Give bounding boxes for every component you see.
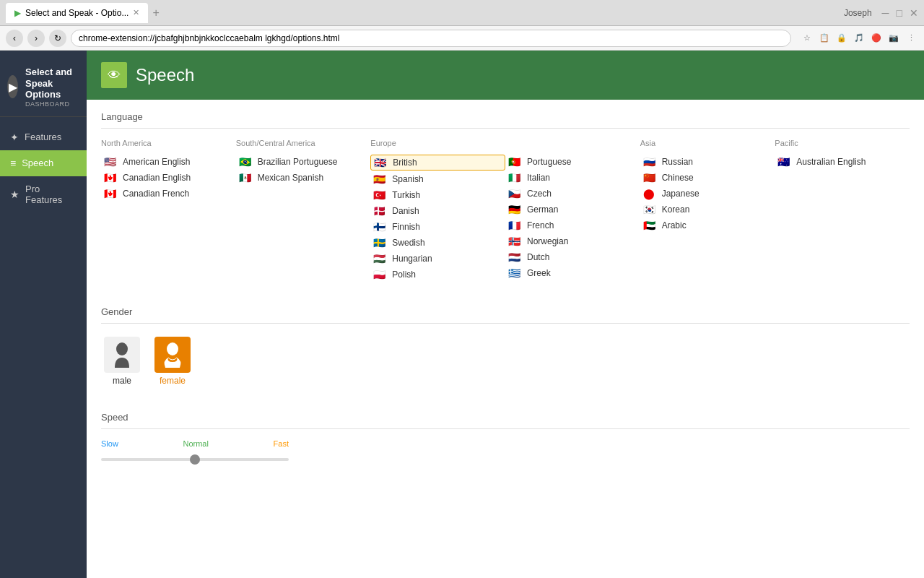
lang-swedish[interactable]: 🇸🇪 Swedish	[370, 236, 505, 250]
lang-turkish[interactable]: 🇹🇷 Turkish	[370, 188, 505, 202]
app-header: ▶ Select and Speak Options DASHBOARD	[0, 58, 87, 117]
minimize-button[interactable]: ─	[882, 7, 889, 19]
lang-russian[interactable]: 🇷🇺 Russian	[640, 155, 775, 169]
asia-header: Asia	[640, 139, 775, 147]
lang-label: Italian	[527, 173, 550, 183]
refresh-button[interactable]: ↻	[49, 30, 66, 47]
lang-label: Polish	[392, 269, 416, 280]
flag-korean: 🇰🇷	[643, 205, 658, 215]
lang-label: Russian	[662, 157, 693, 167]
gender-option-female[interactable]: female	[152, 334, 193, 389]
tab-close-button[interactable]: ✕	[133, 8, 139, 17]
flag-german: 🇩🇪	[508, 205, 523, 215]
sidebar-item-pro-features[interactable]: ★ Pro Features	[0, 176, 87, 212]
lang-dutch[interactable]: 🇳🇱 Dutch	[505, 250, 640, 264]
speed-slider[interactable]	[101, 458, 289, 461]
lang-mexican-spanish[interactable]: 🇲🇽 Mexican Spanish	[236, 171, 371, 185]
ext4-icon[interactable]: 📷	[886, 31, 901, 46]
page-header-icon: 👁	[101, 62, 127, 88]
gender-option-male[interactable]: male	[101, 334, 143, 389]
lang-label: American English	[123, 157, 190, 167]
menu-icon[interactable]: ⋮	[904, 31, 918, 46]
lang-finnish[interactable]: 🇫🇮 Finnish	[370, 220, 505, 234]
new-tab-button[interactable]: +	[152, 7, 159, 20]
sidebar-features-label: Features	[25, 131, 61, 142]
features-icon: ✦	[10, 131, 19, 143]
flag-australian: 🇦🇺	[777, 158, 792, 167]
europe-header: Europe	[370, 139, 505, 147]
lang-danish[interactable]: 🇩🇰 Danish	[370, 204, 505, 218]
lang-polish[interactable]: 🇵🇱 Polish	[370, 267, 505, 282]
flag-mexico: 🇲🇽	[239, 173, 253, 183]
lang-japanese[interactable]: ⬤ Japanese	[640, 186, 775, 201]
lang-italian[interactable]: 🇮🇹 Italian	[505, 171, 640, 185]
lang-label: Czech	[527, 189, 552, 199]
pacific-header: Pacific	[775, 139, 910, 147]
lang-german[interactable]: 🇩🇪 German	[505, 202, 640, 217]
sidebar-item-features[interactable]: ✦ Features	[0, 124, 87, 150]
app-container: ▶ Select and Speak Options DASHBOARD ✦ F…	[0, 51, 924, 578]
lang-label: Greek	[527, 268, 551, 278]
flag-finnish: 🇫🇮	[373, 223, 388, 232]
speed-slow-label: Slow	[101, 439, 118, 448]
lang-label: Mexican Spanish	[258, 173, 323, 183]
browser-tab[interactable]: ▶ Select and Speak - Optio... ✕	[6, 3, 148, 23]
maximize-button[interactable]: □	[897, 7, 902, 19]
language-regions: North America 🇺🇸 American English 🇨🇦 Can…	[101, 139, 910, 283]
region-pacific: Pacific 🇦🇺 Australian English	[775, 139, 910, 283]
lang-czech[interactable]: 🇨🇿 Czech	[505, 186, 640, 201]
app-subtitle: DASHBOARD	[25, 100, 79, 108]
ext3-icon[interactable]: 🔴	[869, 31, 884, 46]
sidebar: ▶ Select and Speak Options DASHBOARD ✦ F…	[0, 51, 87, 578]
app-logo: ▶	[7, 75, 18, 98]
lang-label: Hungarian	[392, 254, 432, 264]
flag-hungarian: 🇭🇺	[373, 254, 388, 264]
lang-hungarian[interactable]: 🇭🇺 Hungarian	[370, 251, 505, 266]
sidebar-pro-label: Pro Features	[25, 184, 77, 205]
lang-french[interactable]: 🇫🇷 French	[505, 218, 640, 233]
flag-greek: 🇬🇷	[508, 269, 523, 278]
lang-label: Brazilian Portuguese	[258, 157, 338, 167]
region-europe2: 🇵🇹 Portuguese 🇮🇹 Italian 🇨🇿 Czech 🇩🇪 Ger…	[505, 139, 640, 283]
readinglist-icon[interactable]: 📋	[817, 31, 832, 46]
browser-nav: ‹ › ↻ ☆ 📋 🔒 🎵 🔴 📷 ⋮	[0, 26, 924, 51]
flag-turkish: 🇹🇷	[373, 191, 388, 200]
lang-label: Korean	[662, 204, 690, 215]
pro-icon: ★	[10, 189, 19, 200]
back-button[interactable]: ‹	[6, 30, 23, 47]
lang-australian-english[interactable]: 🇦🇺 Australian English	[775, 155, 910, 169]
ext2-icon[interactable]: 🎵	[852, 31, 866, 46]
close-button[interactable]: ✕	[910, 7, 918, 19]
flag-polish: 🇵🇱	[373, 270, 388, 280]
lang-brazilian-portuguese[interactable]: 🇧🇷 Brazilian Portuguese	[236, 155, 371, 169]
ext1-icon[interactable]: 🔒	[834, 31, 849, 46]
forward-button[interactable]: ›	[27, 30, 45, 47]
lang-greek[interactable]: 🇬🇷 Greek	[505, 266, 640, 280]
lang-label: Canadian French	[123, 189, 189, 199]
sidebar-item-speech[interactable]: ≡ Speech	[0, 150, 87, 176]
speed-fast-label: Fast	[274, 439, 289, 448]
browser-nav-icons: ☆ 📋 🔒 🎵 🔴 📷 ⋮	[800, 31, 918, 46]
female-icon	[154, 337, 191, 373]
lang-chinese[interactable]: 🇨🇳 Chinese	[640, 171, 775, 185]
lang-british[interactable]: 🇬🇧 British	[370, 155, 505, 171]
region-north-america: North America 🇺🇸 American English 🇨🇦 Can…	[101, 139, 236, 283]
lang-canadian-english[interactable]: 🇨🇦 Canadian English	[101, 171, 236, 185]
lang-american-english[interactable]: 🇺🇸 American English	[101, 155, 236, 169]
lang-label: British	[393, 158, 417, 168]
bookmark-icon[interactable]: ☆	[800, 31, 814, 46]
lang-spanish[interactable]: 🇪🇸 Spanish	[370, 172, 505, 186]
lang-korean[interactable]: 🇰🇷 Korean	[640, 202, 775, 217]
flag-japanese: ⬤	[643, 189, 658, 199]
flag-norwegian: 🇳🇴	[508, 237, 523, 246]
lang-canadian-french[interactable]: 🇨🇦 Canadian French	[101, 186, 236, 201]
app-title-block: Select and Speak Options DASHBOARD	[25, 66, 79, 108]
lang-arabic[interactable]: 🇦🇪 Arabic	[640, 218, 775, 233]
lang-portuguese[interactable]: 🇵🇹 Portuguese	[505, 155, 640, 169]
lang-norwegian[interactable]: 🇳🇴 Norwegian	[505, 234, 640, 249]
address-bar[interactable]	[71, 30, 791, 47]
flag-canadian-french: 🇨🇦	[104, 189, 118, 199]
browser-user: Joseph	[844, 8, 872, 18]
main-content: 👁 Speech Language North America 🇺🇸 Ameri…	[87, 51, 924, 578]
flag-american-english: 🇺🇸	[104, 158, 118, 167]
